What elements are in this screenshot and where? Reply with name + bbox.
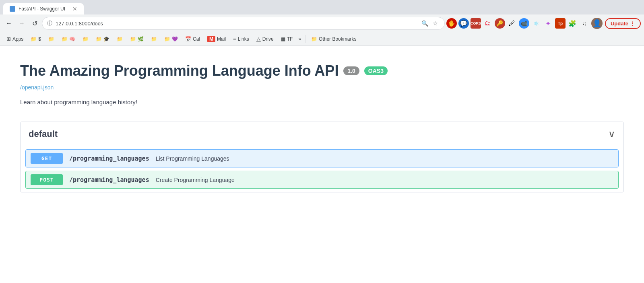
bookmark-cal-label: Cal xyxy=(193,36,200,42)
profile-avatar[interactable]: 👤 xyxy=(591,18,603,29)
bookmark-cal-icon: 📅 xyxy=(185,36,191,42)
back-button[interactable]: ← xyxy=(3,18,14,29)
bookmark-folder6-icon: 📁 xyxy=(130,36,136,42)
post-endpoint-description: Create Programming Language xyxy=(156,177,235,183)
lock-icon: ⓘ xyxy=(47,20,52,27)
bookmark-links[interactable]: ≡ Links xyxy=(230,35,252,43)
browser-chrome: FastAPI - Swagger UI ✕ ← → ↺ ⓘ 127.0.0.1… xyxy=(0,0,644,46)
tab-favicon xyxy=(10,6,15,12)
bookmark-folder8-icon: 📁 xyxy=(164,36,170,42)
bookmark-tf[interactable]: ▦ TF xyxy=(278,35,296,43)
ext-typescript-icon[interactable]: Tp xyxy=(555,18,566,29)
ext-colorful-icon[interactable]: ✦ xyxy=(543,18,553,29)
default-section: default ∨ GET /programming_languages Lis… xyxy=(20,122,624,192)
bookmark-mail[interactable]: M Mail xyxy=(204,35,229,43)
bookmark-links-label: Links xyxy=(238,36,249,42)
api-description: Learn about programming language history… xyxy=(20,99,624,105)
oas3-badge: OAS3 xyxy=(364,66,388,75)
bookmark-other-label: Other Bookmarks xyxy=(319,36,356,42)
version-badge: 1.0 xyxy=(343,66,359,75)
bookmark-apps-label: Apps xyxy=(12,36,23,42)
update-button[interactable]: Update ⋮ xyxy=(605,18,641,29)
ext-cors-icon[interactable]: CORS xyxy=(471,18,481,29)
address-bar[interactable]: ⓘ 127.0.0.1:8000/docs 🔍 ☆ xyxy=(42,17,445,30)
apps-grid-icon: ⊞ xyxy=(6,36,11,42)
tab-bar: FastAPI - Swagger UI ✕ xyxy=(0,0,644,14)
bookmark-folder7-icon: 📁 xyxy=(151,36,157,42)
get-endpoint-row[interactable]: GET /programming_languages List Programm… xyxy=(25,149,619,167)
extensions-area: 🖐 💬 CORS 🗂 🔑 🖊 📹 ⚛ ✦ Tp 🧩 ♫ xyxy=(446,18,590,29)
default-section-header[interactable]: default ∨ xyxy=(21,122,623,146)
endpoints-container: GET /programming_languages List Programm… xyxy=(21,146,623,192)
bookmarks-more-button[interactable]: » xyxy=(297,35,303,43)
address-icons: 🔍 ☆ xyxy=(421,19,440,27)
bookmark-folder3-icon: 📁 xyxy=(83,36,89,42)
forward-button[interactable]: → xyxy=(16,18,27,29)
ext-music-icon[interactable]: ♫ xyxy=(579,18,590,29)
tab-close-button[interactable]: ✕ xyxy=(72,6,77,12)
post-method-badge: POST xyxy=(31,174,63,185)
bookmark-links-icon: ≡ xyxy=(233,36,236,42)
bookmark-folder2-icon: 📁 xyxy=(62,36,68,42)
bookmark-folder8[interactable]: 📁 💜 xyxy=(161,35,181,43)
api-title: The Amazing Programming Language Info AP… xyxy=(20,62,339,79)
bookmark-folder5-icon: 📁 xyxy=(117,36,123,42)
search-icon[interactable]: 🔍 xyxy=(421,19,429,27)
ext-eyedropper-icon[interactable]: 🖊 xyxy=(507,18,517,29)
default-section-title: default xyxy=(29,129,58,139)
tab-title: FastAPI - Swagger UI xyxy=(19,6,69,12)
bookmark-drive-icon: △ xyxy=(256,36,261,42)
reload-button[interactable]: ↺ xyxy=(29,18,40,29)
ext-react-icon[interactable]: ⚛ xyxy=(531,18,541,29)
bookmark-folder7[interactable]: 📁 xyxy=(148,35,160,43)
bookmark-dollar[interactable]: 📁 $ xyxy=(27,35,44,43)
chevron-down-icon: ∨ xyxy=(608,128,615,140)
bookmark-drive-label: Drive xyxy=(262,36,274,42)
get-endpoint-description: List Programming Languages xyxy=(156,155,229,162)
profile-area: 👤 Update ⋮ xyxy=(591,18,641,29)
ext-pocket-icon[interactable]: 🗂 xyxy=(483,18,493,29)
ext-zoom-icon[interactable]: 📹 xyxy=(519,18,529,29)
openapi-json-link[interactable]: /openapi.json xyxy=(20,84,624,91)
bookmark-mail-icon: M xyxy=(207,36,215,42)
bookmark-cal[interactable]: 📅 Cal xyxy=(182,35,203,43)
bookmark-mail-label: Mail xyxy=(217,36,226,42)
ext-puzzle-icon[interactable]: 🧩 xyxy=(567,18,578,29)
bookmark-other-icon: 📁 xyxy=(311,36,317,42)
bookmark-star-icon[interactable]: ☆ xyxy=(431,19,440,27)
bookmark-folder6[interactable]: 📁 🌿 xyxy=(127,35,147,43)
bookmark-folder-icon: 📁 xyxy=(31,36,37,42)
bookmark-apps[interactable]: ⊞ Apps xyxy=(3,35,27,43)
bookmark-tf-icon: ▦ xyxy=(281,36,285,42)
bookmark-dollar-label: $ xyxy=(38,36,41,42)
bookmark-folder4[interactable]: 📁 🎓 xyxy=(93,35,113,43)
nav-bar: ← → ↺ ⓘ 127.0.0.1:8000/docs 🔍 ☆ 🖐 💬 CORS… xyxy=(0,14,644,32)
bookmark-tf-label: TF xyxy=(287,36,293,42)
update-menu-icon: ⋮ xyxy=(630,21,635,27)
main-content: The Amazing Programming Language Info AP… xyxy=(0,46,644,283)
bookmark-folder4-icon: 📁 xyxy=(96,36,102,42)
bookmark-drive[interactable]: △ Drive xyxy=(253,35,277,43)
browser-tab[interactable]: FastAPI - Swagger UI ✕ xyxy=(3,3,84,14)
bookmark-other[interactable]: 📁 Other Bookmarks xyxy=(308,35,359,43)
address-text: 127.0.0.1:8000/docs xyxy=(56,21,418,27)
bookmark-folder1[interactable]: 📁 xyxy=(45,35,58,43)
api-title-section: The Amazing Programming Language Info AP… xyxy=(20,62,624,79)
ext-key-icon[interactable]: 🔑 xyxy=(495,18,505,29)
get-endpoint-path: /programming_languages xyxy=(69,155,149,162)
ext-stop-icon[interactable]: 🖐 xyxy=(446,18,457,29)
bookmark-folder1-icon: 📁 xyxy=(48,36,54,42)
bookmark-folder5[interactable]: 📁 xyxy=(114,35,126,43)
post-endpoint-row[interactable]: POST /programming_languages Create Progr… xyxy=(25,171,619,189)
get-method-badge: GET xyxy=(31,153,63,164)
bookmarks-bar: ⊞ Apps 📁 $ 📁 📁 🧠 📁 📁 🎓 📁 📁 🌿 📁 xyxy=(0,32,644,46)
bookmarks-divider xyxy=(305,35,305,43)
post-endpoint-path: /programming_languages xyxy=(69,176,149,184)
bookmark-folder2[interactable]: 📁 🧠 xyxy=(58,35,78,43)
bookmark-folder3[interactable]: 📁 xyxy=(79,35,92,43)
ext-chat-icon[interactable]: 💬 xyxy=(458,18,469,29)
